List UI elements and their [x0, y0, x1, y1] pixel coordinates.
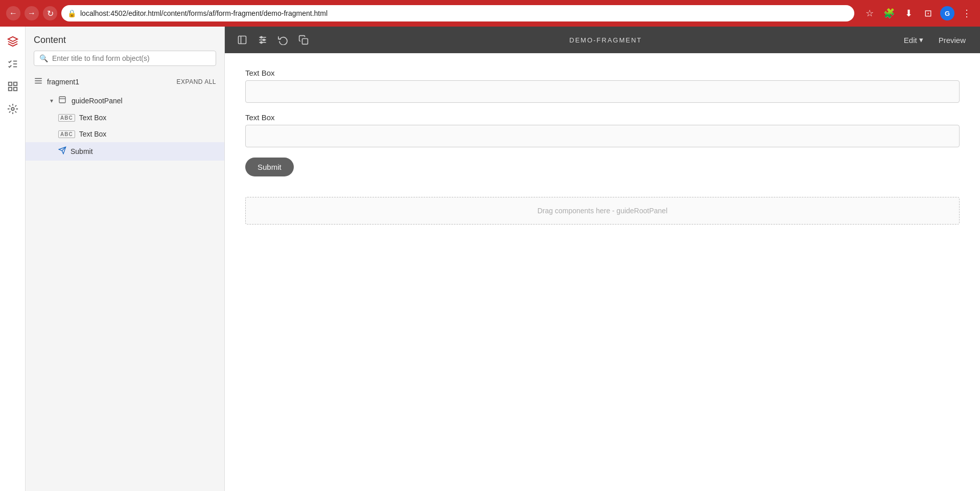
editor-title: DEMO-FRAGMENT — [315, 36, 897, 44]
field-1-input[interactable] — [245, 80, 960, 103]
svg-point-18 — [263, 39, 265, 40]
settings-icon-button[interactable] — [3, 99, 22, 119]
form-field-1: Text Box — [245, 69, 960, 103]
svg-rect-8 — [59, 97, 65, 103]
search-input[interactable] — [52, 54, 211, 62]
edit-button[interactable]: Edit ▾ — [899, 32, 928, 48]
extension-button[interactable]: 🧩 — [882, 6, 896, 20]
bookmark-button[interactable]: ☆ — [862, 6, 877, 20]
root-icon — [34, 76, 43, 87]
layers-icon-button[interactable] — [3, 32, 22, 51]
root-label: fragment1 — [47, 78, 79, 86]
svg-rect-12 — [239, 36, 246, 44]
tree-item-textbox-1[interactable]: ABC Text Box — [26, 109, 224, 126]
refresh-button[interactable]: ↻ — [43, 6, 57, 20]
app-layout: Content 🔍 fragment1 EXPAND ALL — [0, 27, 980, 491]
address-bar[interactable]: 🔒 localhost:4502/editor.html/content/for… — [61, 5, 854, 21]
form-field-2: Text Box — [245, 113, 960, 147]
copy-button[interactable] — [294, 31, 313, 49]
editor-toolbar: DEMO-FRAGMENT Edit ▾ Preview — [225, 27, 980, 53]
field-2-label: Text Box — [245, 113, 960, 122]
tree-item-submit[interactable]: Submit — [26, 142, 224, 161]
back-button[interactable]: ← — [6, 6, 20, 20]
toolbar-right: Edit ▾ Preview — [899, 32, 972, 48]
preview-button[interactable]: Preview — [932, 33, 972, 48]
edit-chevron-icon: ▾ — [919, 35, 923, 44]
tree-section: fragment1 EXPAND ALL ▾ guideRootPanel AB… — [26, 72, 224, 491]
download-button[interactable]: ⬇ — [901, 6, 916, 20]
lock-icon: 🔒 — [67, 9, 76, 17]
field-2-input[interactable] — [245, 125, 960, 147]
properties-button[interactable] — [253, 31, 272, 49]
svg-rect-3 — [13, 87, 16, 91]
icon-rail — [0, 27, 26, 491]
submit-icon — [58, 146, 66, 157]
editor-canvas: Text Box Text Box Submit Drag components… — [225, 53, 980, 491]
user-avatar[interactable]: G — [940, 6, 954, 20]
content-panel: Content 🔍 fragment1 EXPAND ALL — [26, 27, 225, 491]
tree-root-left: fragment1 — [34, 76, 79, 87]
editor-area: DEMO-FRAGMENT Edit ▾ Preview Text Box Te… — [225, 27, 980, 491]
browser-chrome: ← → ↻ 🔒 localhost:4502/editor.html/conte… — [0, 0, 980, 27]
more-button[interactable]: ⋮ — [960, 6, 974, 20]
content-panel-title: Content — [26, 27, 224, 51]
undo-button[interactable] — [274, 31, 292, 49]
panel-icon — [57, 96, 67, 105]
components-icon-button[interactable] — [3, 77, 22, 96]
tools-icon-button[interactable] — [3, 54, 22, 74]
expand-all-button[interactable]: EXPAND ALL — [177, 78, 216, 85]
field-1-label: Text Box — [245, 69, 960, 77]
submit-button[interactable]: Submit — [245, 158, 294, 176]
svg-rect-2 — [8, 87, 11, 91]
search-box[interactable]: 🔍 — [34, 51, 216, 66]
edit-label: Edit — [904, 36, 917, 44]
guide-root-panel-label: guideRootPanel — [72, 97, 216, 105]
svg-rect-0 — [8, 82, 11, 85]
profile-button[interactable]: ⊡ — [921, 6, 935, 20]
search-icon: 🔍 — [39, 54, 48, 62]
svg-point-17 — [261, 36, 262, 38]
abc-icon-1: ABC — [58, 114, 75, 122]
textbox-2-label: Text Box — [79, 130, 216, 138]
svg-point-4 — [11, 107, 14, 110]
textbox-1-label: Text Box — [79, 114, 216, 122]
chevron-icon: ▾ — [50, 97, 53, 104]
abc-icon-2: ABC — [58, 130, 75, 138]
url-text: localhost:4502/editor.html/content/forms… — [80, 9, 848, 17]
drop-zone-label: Drag components here - guideRootPanel — [538, 207, 668, 215]
svg-point-19 — [261, 41, 262, 43]
tree-root-header: fragment1 EXPAND ALL — [26, 72, 224, 92]
svg-rect-1 — [13, 82, 16, 85]
forward-button[interactable]: → — [25, 6, 39, 20]
tree-item-guide-root-panel[interactable]: ▾ guideRootPanel — [26, 92, 224, 109]
tree-item-textbox-2[interactable]: ABC Text Box — [26, 126, 224, 142]
submit-button-container: Submit — [245, 158, 960, 187]
svg-rect-20 — [302, 39, 308, 44]
browser-actions: ☆ 🧩 ⬇ ⊡ G ⋮ — [862, 6, 974, 20]
sidebar-toggle-button[interactable] — [233, 31, 251, 49]
drop-zone[interactable]: Drag components here - guideRootPanel — [245, 197, 960, 225]
submit-label: Submit — [71, 147, 216, 155]
